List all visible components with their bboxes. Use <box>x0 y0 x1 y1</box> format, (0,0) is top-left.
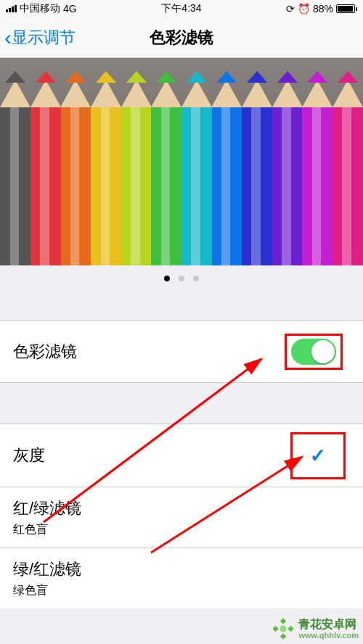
watermark-url: www.qhhlv.com <box>298 631 359 640</box>
signal-icon <box>6 5 17 12</box>
annotation-highlight-check: ✓ <box>290 432 346 479</box>
clock: 下午4:34 <box>123 2 240 15</box>
option-title: 绿/红滤镜 <box>13 558 81 580</box>
battery-icon <box>336 4 357 13</box>
carousel-dot[interactable] <box>193 276 199 281</box>
carousel-dots[interactable] <box>0 265 363 292</box>
svg-rect-2 <box>280 618 286 624</box>
status-right: ⟳ ⏰ 88% <box>240 3 357 15</box>
page-title: 色彩滤镜 <box>150 27 213 49</box>
status-bar: 中国移动 4G 下午4:34 ⟳ ⏰ 88% <box>0 0 363 17</box>
watermark-logo-icon <box>272 618 294 640</box>
carrier-label: 中国移动 <box>20 2 60 15</box>
svg-rect-5 <box>273 626 279 632</box>
carousel-dot[interactable] <box>179 276 184 281</box>
filter-options-list: 灰度✓红/绿滤镜红色盲绿/红滤镜绿色盲 <box>0 424 363 608</box>
watermark-title: 青花安卓网 <box>298 618 359 631</box>
filter-option-row[interactable]: 红/绿滤镜红色盲 <box>0 487 363 548</box>
svg-point-6 <box>280 626 287 632</box>
toggle-label: 色彩滤镜 <box>13 341 77 363</box>
filter-option-row[interactable]: 灰度✓ <box>0 424 363 487</box>
option-subtitle: 绿色盲 <box>13 583 81 598</box>
option-subtitle: 红色盲 <box>13 522 81 537</box>
network-label: 4G <box>63 3 77 15</box>
color-filter-switch[interactable] <box>291 339 336 365</box>
nav-bar: ‹ 显示调节 色彩滤镜 <box>0 17 363 58</box>
watermark: 青花安卓网 www.qhhlv.com <box>272 618 359 640</box>
checkmark-icon: ✓ <box>310 445 326 466</box>
option-title: 灰度 <box>13 445 45 466</box>
status-left: 中国移动 4G <box>6 2 123 15</box>
annotation-highlight-toggle <box>285 334 343 370</box>
chevron-left-icon: ‹ <box>4 27 12 49</box>
back-label: 显示调节 <box>12 27 76 49</box>
back-button[interactable]: ‹ 显示调节 <box>0 27 76 49</box>
carousel-dot[interactable] <box>164 276 170 281</box>
svg-rect-4 <box>280 633 286 639</box>
battery-pct: 88% <box>313 3 333 15</box>
svg-rect-3 <box>288 626 294 632</box>
preview-image[interactable] <box>0 58 363 265</box>
color-filter-toggle-row: 色彩滤镜 <box>0 321 363 383</box>
lock-icon: ⟳ <box>286 3 295 15</box>
filter-option-row[interactable]: 绿/红滤镜绿色盲 <box>0 548 363 608</box>
alarm-icon: ⏰ <box>298 3 310 15</box>
option-title: 红/绿滤镜 <box>13 498 81 519</box>
